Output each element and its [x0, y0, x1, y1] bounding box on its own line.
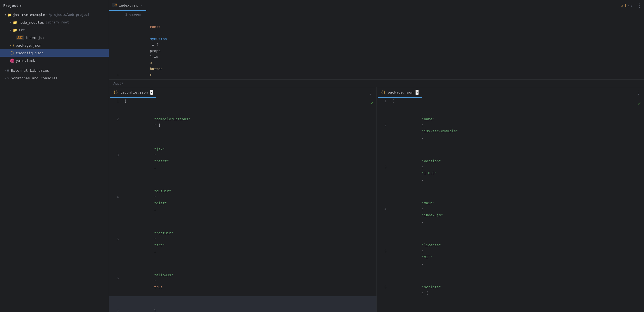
- line-content: "compilerOptions" : {: [122, 104, 376, 134]
- sidebar-item-label: jsx-tsc-example: [13, 13, 45, 17]
- chevron-down-icon: ▾: [4, 13, 6, 17]
- project-label: Project: [3, 4, 18, 8]
- line-number: 2: [109, 116, 122, 122]
- sidebar-item-label: External Libraries: [11, 68, 49, 73]
- sidebar-item-tsconfig-json[interactable]: {} tsconfig.json: [0, 49, 109, 57]
- warning-down-arrow: ∨: [631, 4, 633, 7]
- line-content: "outDir" : "dist" ,: [122, 176, 376, 218]
- sidebar-item-label: Scratches and Consoles: [11, 76, 57, 80]
- code-line-3: 3 "version" : "1.0.0" ,: [377, 146, 644, 188]
- tab-label: index.jsx: [119, 3, 138, 7]
- sidebar-item-yarn-lock[interactable]: 🧶 yarn.lock: [0, 57, 109, 64]
- sidebar-item-src[interactable]: ▾ 📁 src: [0, 26, 109, 34]
- sidebar-item-sublabel: ~/projects/web-project: [46, 13, 90, 17]
- json-file-icon: {}: [10, 51, 14, 55]
- code-line-4: 4 "main" : "index.js" ,: [377, 188, 644, 230]
- code-line-2: 2 "compilerOptions" : {: [109, 104, 376, 134]
- line-content: "rootDir" : "src" ,: [122, 218, 376, 260]
- editor-area: JSX index.jsx × ⚠ 1 ∧ ∨ ⋮ 2 usages: [109, 0, 644, 312]
- tab-more-button[interactable]: ⋮: [634, 90, 643, 95]
- chevron-right-icon: ▸: [4, 76, 6, 80]
- external-lib-icon: ⊞: [7, 68, 10, 73]
- folder-icon: 📁: [7, 13, 12, 17]
- code-line-1: 1 const MyButton = ( props ) => < button…: [109, 18, 644, 79]
- scratches-icon: ✎: [7, 76, 10, 80]
- line-content: "name" : "jsx-tsc-example" ,: [390, 104, 644, 146]
- line-number: 6: [109, 275, 122, 281]
- code-line-1: 1 {: [109, 98, 376, 104]
- code-line-7: 7 ▶ "build" : "tsc -p tsconfig.json": [377, 302, 644, 312]
- folder-icon: 📁: [13, 20, 17, 25]
- left-code-editor[interactable]: ✓ 1 { 2 "compilerOptions" : {: [109, 98, 376, 312]
- sidebar-item-label: tsconfig.json: [16, 51, 44, 55]
- code-line-7: 7 }: [109, 296, 376, 312]
- check-mark: ✓: [370, 100, 373, 106]
- line-number: 1: [109, 72, 122, 78]
- close-tab-button[interactable]: ×: [140, 4, 143, 7]
- line-number: 4: [377, 206, 390, 212]
- warning-area: ⚠ 1 ∧ ∨: [621, 4, 635, 7]
- tab-label: tsconfig.json: [120, 90, 148, 94]
- tab-tsconfig-json[interactable]: {} tsconfig.json ×: [110, 87, 156, 98]
- line-content: "allowJs" : true: [122, 260, 376, 296]
- line-content: "version" : "1.0.0" ,: [390, 146, 644, 188]
- yarn-file-icon: 🧶: [10, 58, 14, 63]
- check-mark: ✓: [638, 100, 641, 106]
- line-number: 2: [377, 122, 390, 128]
- close-tab-button[interactable]: ×: [415, 90, 419, 95]
- line-number: 7: [109, 308, 122, 312]
- sidebar-item-label: src: [19, 28, 25, 32]
- line-content: {: [122, 98, 376, 104]
- code-line-3: 3 "jsx" : "react" ,: [109, 134, 376, 176]
- tab-more-button[interactable]: ⋮: [635, 3, 644, 8]
- sidebar-item-package-json[interactable]: {} package.json: [0, 41, 109, 49]
- chevron-right-icon: ▸: [4, 69, 6, 72]
- sidebar-item-label: node_modules: [19, 20, 44, 25]
- tab-package-json[interactable]: {} package.json ×: [378, 87, 422, 98]
- usage-hint-top: 2 usages: [109, 11, 644, 18]
- warning-icon: ⚠: [621, 4, 623, 7]
- line-number: 3: [377, 164, 390, 170]
- code-line-1: 1 {: [377, 98, 644, 104]
- line-number: 1: [377, 98, 390, 104]
- line-content: "license" : "MIT" ,: [390, 230, 644, 272]
- sidebar: Project ∨ ▾ 📁 jsx-tsc-example ~/projects…: [0, 0, 109, 312]
- tab-index-jsx[interactable]: JSX index.jsx ×: [109, 0, 146, 11]
- top-code-editor[interactable]: 1 const MyButton = ( props ) => < button…: [109, 18, 644, 79]
- sidebar-item-jsx-tsc-example[interactable]: ▾ 📁 jsx-tsc-example ~/projects/web-proje…: [0, 11, 109, 19]
- line-content: }: [122, 296, 376, 312]
- warning-count: 1: [624, 4, 626, 7]
- line-number: 6: [377, 284, 390, 290]
- sidebar-item-node-modules[interactable]: ▸ 📁 node_modules library root: [0, 19, 109, 26]
- jsx-tab-icon: JSX: [112, 3, 117, 7]
- top-editor: JSX index.jsx × ⚠ 1 ∧ ∨ ⋮ 2 usages: [109, 0, 644, 87]
- close-tab-button[interactable]: ×: [150, 90, 153, 95]
- sidebar-item-scratches[interactable]: ▸ ✎ Scratches and Consoles: [0, 74, 109, 82]
- breadcrumb-label: App(): [113, 82, 123, 85]
- chevron-down-icon: ∨: [20, 4, 22, 7]
- right-tab-bar: {} package.json × ⋮: [377, 87, 644, 98]
- json-file-icon: {}: [10, 43, 14, 47]
- line-content: "main" : "index.js" ,: [390, 188, 644, 230]
- code-line-6: 6 "scripts" : {: [377, 272, 644, 302]
- left-tab-bar: {} tsconfig.json × ⋮: [109, 87, 376, 98]
- right-split-editor: {} package.json × ⋮ ✓ 1 {: [377, 87, 644, 312]
- bottom-editors: {} tsconfig.json × ⋮ ✓ 1 {: [109, 87, 644, 312]
- line-number: 1: [109, 98, 122, 104]
- left-split-editor: {} tsconfig.json × ⋮ ✓ 1 {: [109, 87, 377, 312]
- json-tab-icon: {}: [113, 90, 118, 94]
- line-number: 4: [109, 194, 122, 200]
- sidebar-item-external-libraries[interactable]: ▸ ⊞ External Libraries: [0, 67, 109, 74]
- tab-more-button[interactable]: ⋮: [366, 90, 375, 95]
- code-line-4: 4 "outDir" : "dist" ,: [109, 176, 376, 218]
- sidebar-header[interactable]: Project ∨: [0, 0, 109, 11]
- sidebar-item-index-jsx[interactable]: JSX index.jsx: [0, 34, 109, 41]
- sidebar-item-sublabel: library root: [45, 20, 69, 24]
- usages-top-label: 2 usages: [125, 13, 141, 16]
- line-content: "jsx" : "react" ,: [122, 134, 376, 176]
- chevron-right-icon: ▸: [10, 21, 12, 24]
- warning-up-arrow: ∧: [628, 4, 630, 7]
- right-code-editor[interactable]: ✓ 1 { 2 "name" : "jsx-tsc-example: [377, 98, 644, 312]
- json-tab-icon: {}: [381, 90, 386, 94]
- line-content: const MyButton = ( props ) => < button >…: [122, 18, 644, 79]
